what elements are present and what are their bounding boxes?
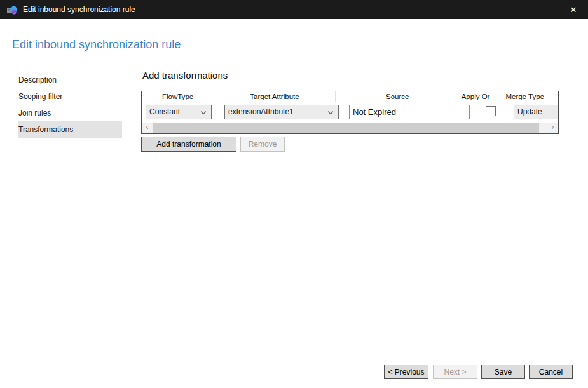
sidebar-item-transformations[interactable]: Transformations	[18, 121, 122, 138]
merge-type-dropdown[interactable]: Update	[514, 105, 559, 119]
sidebar-nav: Description Scoping filter Join rules Tr…	[18, 72, 122, 138]
edit-sync-rule-window: { "window": { "title": "Edit inbound syn…	[0, 0, 588, 388]
save-button[interactable]: Save	[481, 365, 525, 379]
column-header-flowtype: FlowType	[142, 91, 214, 102]
next-button[interactable]: Next >	[433, 365, 477, 379]
previous-button[interactable]: < Previous	[384, 365, 428, 379]
horizontal-scrollbar[interactable]: ‹ ›	[142, 123, 558, 133]
grid-header-row: FlowType Target Attribute Source Apply O…	[142, 91, 558, 102]
title-bar: Edit inbound synchronization rule ✕	[0, 0, 588, 19]
source-input[interactable]	[349, 105, 470, 119]
target-attribute-dropdown-value: extensionAttribute1	[228, 107, 294, 116]
scroll-left-icon[interactable]: ‹	[142, 123, 153, 133]
window-title: Edit inbound synchronization rule	[23, 5, 135, 14]
transformation-row: Constant extensionAttribute1 Update	[142, 102, 558, 123]
cancel-button[interactable]: Cancel	[529, 365, 573, 379]
scrollbar-thumb[interactable]	[153, 123, 539, 133]
close-icon[interactable]: ✕	[559, 0, 588, 19]
transformations-grid: FlowType Target Attribute Source Apply O…	[141, 91, 559, 134]
sidebar-item-description[interactable]: Description	[18, 72, 122, 88]
flowtype-dropdown-value: Constant	[149, 107, 180, 116]
remove-button[interactable]: Remove	[240, 137, 285, 152]
scroll-right-icon[interactable]: ›	[547, 123, 558, 133]
add-transformation-button[interactable]: Add transformation	[141, 137, 236, 152]
chevron-down-icon	[328, 109, 333, 114]
target-attribute-dropdown[interactable]: extensionAttribute1	[224, 105, 339, 119]
column-header-merge-type: Merge Type	[491, 91, 558, 102]
merge-type-dropdown-value: Update	[517, 107, 542, 116]
column-header-target-attribute: Target Attribute	[214, 91, 335, 102]
sync-rules-app-icon	[6, 4, 17, 15]
apply-or-checkbox[interactable]	[486, 106, 496, 116]
sidebar-item-join-rules[interactable]: Join rules	[18, 105, 122, 121]
flowtype-dropdown[interactable]: Constant	[146, 105, 212, 119]
sidebar-item-scoping-filter[interactable]: Scoping filter	[18, 88, 122, 105]
column-header-source: Source	[336, 91, 460, 102]
page-title: Edit inbound synchronization rule	[12, 38, 181, 51]
column-header-apply-or: Apply Or	[460, 91, 492, 102]
chevron-down-icon	[201, 109, 206, 114]
section-heading: Add transformations	[142, 70, 228, 81]
